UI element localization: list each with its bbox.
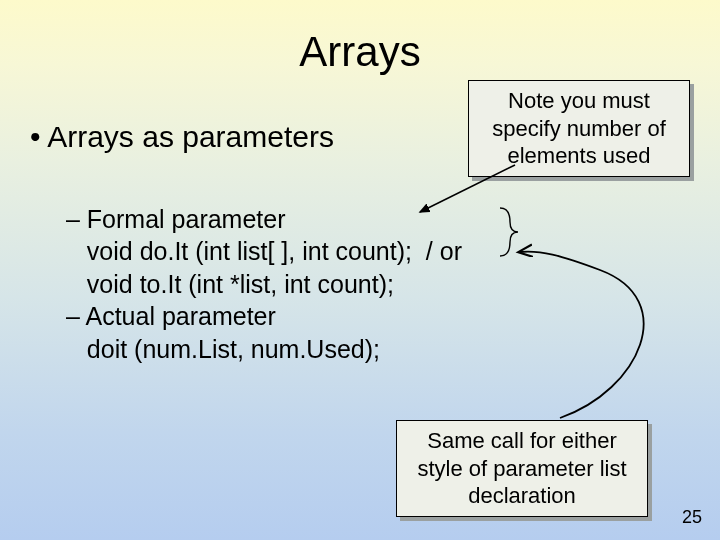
bullet-marker: • <box>30 120 47 153</box>
bullet-arrays-as-parameters: • Arrays as parameters <box>30 120 334 154</box>
page-number: 25 <box>682 507 702 528</box>
body-line-3: – Actual parameter <box>66 302 276 330</box>
callout-same-call: Same call for either style of parameter … <box>396 420 648 517</box>
body-text: – Formal parameter void do.It (int list[… <box>66 170 462 398</box>
callout-note-specify-number: Note you must specify number of elements… <box>468 80 690 177</box>
slide-title: Arrays <box>0 28 720 76</box>
bullet-text: Arrays as parameters <box>47 120 334 153</box>
curved-arrow-icon <box>520 252 644 418</box>
body-line-1: void do.It (int list[ ], int count); / o… <box>66 237 462 265</box>
body-line-4: doit (num.List, num.Used); <box>66 335 380 363</box>
brace-icon <box>500 208 518 256</box>
body-line-0: – Formal parameter <box>66 205 286 233</box>
body-line-2: void to.It (int *list, int count); <box>66 270 394 298</box>
